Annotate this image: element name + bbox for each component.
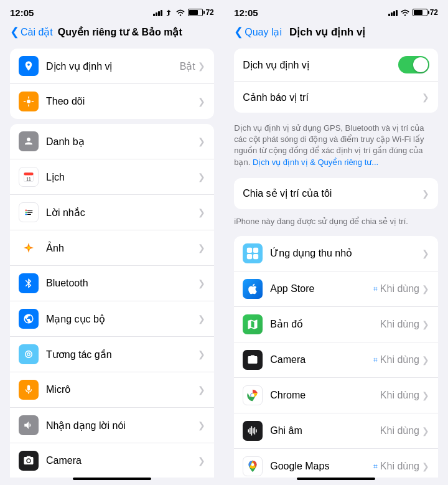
signal-icon xyxy=(153,9,162,16)
share-location-group: Chia sẻ vị trí của tôi ❯ xyxy=(234,178,438,209)
tracking-icon xyxy=(19,92,39,111)
svg-point-22 xyxy=(251,463,254,466)
local-network-label: Mạng cục bộ xyxy=(46,313,198,325)
microphone-chevron: ❯ xyxy=(198,385,205,395)
contacts-icon xyxy=(19,131,39,151)
battery-pct-left: 72 xyxy=(205,8,213,17)
apps-group: Ứng dụng thu nhỏ ❯ App Store ⌗ Khi dùng … xyxy=(234,236,438,478)
location-toggle-row[interactable]: Dịch vụ định vị xyxy=(234,49,438,82)
left-content: Dịch vụ định vị Bật ❯ Theo dõi ❯ Danh bạ xyxy=(0,44,224,478)
appstore-chevron: ❯ xyxy=(422,284,429,294)
svg-rect-18 xyxy=(247,254,252,259)
back-button-right[interactable]: ❮ Quay lại xyxy=(234,25,282,39)
back-arrow-right: ❮ xyxy=(234,25,243,39)
wifi-icon-svg xyxy=(175,9,185,16)
camera-left-chevron: ❯ xyxy=(198,456,205,466)
svg-point-15 xyxy=(404,14,405,16)
top-toggle-group: Dịch vụ định vị Cảnh báo vị trí ❯ xyxy=(234,49,438,113)
speech-label: Nhận dạng lời nói xyxy=(46,420,198,431)
location-warning-row[interactable]: Cảnh báo vị trí ❯ xyxy=(234,82,438,113)
location-icon xyxy=(19,56,39,76)
local-network-row[interactable]: Mạng cục bộ ❯ xyxy=(10,301,214,337)
svg-point-1 xyxy=(27,100,30,103)
contacts-row[interactable]: Danh bạ ❯ xyxy=(10,124,214,159)
share-location-row[interactable]: Chia sẻ vị trí của tôi ❯ xyxy=(234,178,438,209)
share-note-text: iPhone này đang được sử dụng để chia sẻ … xyxy=(234,217,408,226)
description-link[interactable]: Dịch vụ định vị & Quyền riêng tư... xyxy=(253,158,378,167)
speech-icon xyxy=(19,415,39,435)
maps-label: Bản đồ xyxy=(270,318,380,330)
camera-left-icon xyxy=(19,451,39,471)
home-indicator-right xyxy=(297,478,375,480)
right-panel: 12:05 72 ❮ Quay lại Dịch vụ định v xyxy=(224,0,448,485)
maps-row[interactable]: Bản đồ Khi dùng ❯ xyxy=(234,307,438,342)
googlemaps-label: Google Maps xyxy=(270,461,373,472)
tracking-row[interactable]: Theo dõi ❯ xyxy=(10,84,214,119)
reminders-label: Lời nhắc xyxy=(46,207,198,219)
microphone-row[interactable]: Micrô ❯ xyxy=(10,372,214,408)
nearby-chevron: ❯ xyxy=(198,349,205,359)
camera-loc-arrow: ⌗ xyxy=(373,356,378,364)
photos-row[interactable]: Ảnh ❯ xyxy=(10,230,214,266)
right-content: Dịch vụ định vị Cảnh báo vị trí ❯ Dịch v… xyxy=(224,44,448,478)
left-panel: 12:05 ⮭︎ 72 ❮ Cài đặt xyxy=(0,0,224,485)
reminders-chevron: ❯ xyxy=(198,207,205,217)
camera-right-icon xyxy=(243,350,263,370)
camera-left-row[interactable]: Camera ❯ xyxy=(10,443,214,478)
appstore-row[interactable]: App Store ⌗ Khi dùng ❯ xyxy=(234,271,438,307)
bluetooth-label: Bluetooth xyxy=(46,278,198,289)
back-label-right: Quay lại xyxy=(245,26,282,38)
battery-icon-right xyxy=(413,9,427,16)
microphone-icon xyxy=(19,380,39,400)
battery-pct-right: 72 xyxy=(430,8,438,17)
wifi-right-icon xyxy=(400,9,410,16)
googlemaps-icon xyxy=(243,456,263,476)
speech-row[interactable]: Nhận dạng lời nói ❯ xyxy=(10,408,214,443)
svg-rect-19 xyxy=(253,254,258,259)
app-list-group: Danh bạ ❯ 11 Lịch ❯ xyxy=(10,124,214,478)
location-chevron: ❯ xyxy=(198,61,205,71)
appstore-label: App Store xyxy=(270,283,373,294)
time-right: 12:05 xyxy=(234,7,258,18)
location-toggle-label: Dịch vụ định vị xyxy=(243,59,398,71)
googlemaps-row[interactable]: Google Maps ⌗ Khi dùng ❯ xyxy=(234,449,438,478)
svg-rect-16 xyxy=(247,248,252,253)
camera-right-row[interactable]: Camera ⌗ Khi dùng ❯ xyxy=(234,342,438,378)
share-location-chevron: ❯ xyxy=(422,189,429,199)
appstore-icon xyxy=(243,279,263,299)
status-icons-left: ⮭︎ 72 xyxy=(153,8,213,17)
googlemaps-loc-arrow: ⌗ xyxy=(373,462,378,471)
googlemaps-value: Khi dùng xyxy=(380,461,419,472)
speech-chevron: ❯ xyxy=(198,420,205,430)
bluetooth-row[interactable]: Bluetooth ❯ xyxy=(10,266,214,301)
camera-right-value: Khi dùng xyxy=(380,354,419,365)
photos-label: Ảnh xyxy=(46,242,198,254)
location-toggle[interactable] xyxy=(398,56,429,73)
appstore-value: Khi dùng xyxy=(380,283,419,294)
bluetooth-chevron: ❯ xyxy=(198,278,205,288)
nav-title-left: Quyền riêng tư & Bảo mật xyxy=(58,26,182,38)
svg-point-13 xyxy=(27,247,30,250)
nav-title-right: Dịch vụ định vị xyxy=(289,26,365,39)
recorder-row[interactable]: Ghi âm Khi dùng ❯ xyxy=(234,413,438,449)
back-arrow-left: ❮ xyxy=(10,25,19,39)
local-network-chevron: ❯ xyxy=(198,314,205,324)
widgets-icon xyxy=(243,243,263,263)
calendar-row[interactable]: 11 Lịch ❯ xyxy=(10,159,214,195)
nearby-row[interactable]: Tương tác gần ❯ xyxy=(10,337,214,372)
top-group-left: Dịch vụ định vị Bật ❯ Theo dõi ❯ xyxy=(10,49,214,119)
share-location-label: Chia sẻ vị trí của tôi xyxy=(243,187,422,199)
chrome-row[interactable]: Chrome Khi dùng ❯ xyxy=(234,378,438,413)
location-row[interactable]: Dịch vụ định vị Bật ❯ xyxy=(10,49,214,84)
recorder-label: Ghi âm xyxy=(270,425,380,436)
widgets-row[interactable]: Ứng dụng thu nhỏ ❯ xyxy=(234,236,438,271)
camera-right-chevron: ❯ xyxy=(422,355,429,365)
svg-point-8 xyxy=(26,214,27,215)
reminders-row[interactable]: Lời nhắc ❯ xyxy=(10,195,214,230)
back-button-left[interactable]: ❮ Cài đặt xyxy=(10,25,53,39)
svg-point-7 xyxy=(26,212,27,214)
svg-text:11: 11 xyxy=(26,177,31,181)
contacts-label: Danh bạ xyxy=(46,136,198,148)
svg-point-6 xyxy=(26,209,27,211)
location-label: Dịch vụ định vị xyxy=(46,60,180,72)
